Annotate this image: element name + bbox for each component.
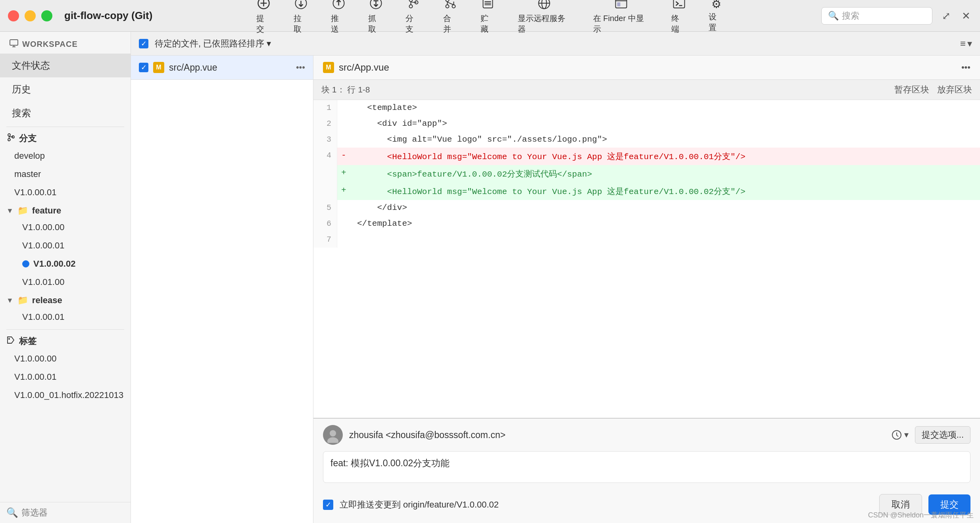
svg-point-34 xyxy=(8,338,10,340)
sidebar-item-file-status[interactable]: 文件状态 xyxy=(0,54,131,77)
workspace-label: WORKSPACE xyxy=(22,40,78,49)
maximize-button[interactable] xyxy=(41,10,52,21)
branch-v1000000[interactable]: V1.0.00.00 xyxy=(0,218,131,237)
sidebar-item-search[interactable]: 搜索 xyxy=(0,101,131,125)
push-icon xyxy=(332,0,345,12)
file-status-label: 文件状态 xyxy=(12,60,50,71)
commit-icon xyxy=(257,0,270,12)
toolbar: 提交 拉取 推送 xyxy=(245,0,735,38)
svg-point-13 xyxy=(452,5,455,8)
line-num-7: 7 xyxy=(313,232,337,248)
tag-v1000000[interactable]: V1.0.00.00 xyxy=(0,350,131,368)
filter-input[interactable] xyxy=(21,508,131,518)
toolbar-commit[interactable]: 提交 xyxy=(245,0,282,38)
svg-point-31 xyxy=(8,138,10,141)
line-content-4: <HelloWorld msg="Welcome to Your Vue.js … xyxy=(349,148,980,165)
svg-rect-27 xyxy=(10,40,18,45)
toolbar-finder[interactable]: 在 Finder 中显示 xyxy=(582,0,660,38)
search-label: 搜索 xyxy=(12,108,31,118)
toolbar-terminal[interactable]: 终端 xyxy=(660,0,698,38)
branch-v1000001[interactable]: V1.0.00.01 xyxy=(0,183,131,202)
svg-line-40 xyxy=(897,435,898,436)
line-content-3: <img alt="Vue logo" src="./assets/logo.p… xyxy=(349,132,980,148)
settings-icon: ⚙ xyxy=(711,0,721,10)
commit-panel: zhousifa <zhousifa@bosssoft.com.cn> ▾ xyxy=(313,418,980,523)
commit-message[interactable]: feat: 模拟V1.0.00.02分支功能 xyxy=(323,451,970,483)
terminal-icon xyxy=(673,0,685,12)
more-icon[interactable]: ✕ xyxy=(960,8,972,24)
release-group-header[interactable]: ▼ 📁 release xyxy=(0,291,131,308)
push-label: 立即推送变更到 origin/feature/V1.0.00.02 xyxy=(340,499,499,511)
toolbar-fetch[interactable]: 抓取 xyxy=(357,0,394,38)
branch-master-label: master xyxy=(14,169,41,179)
branch-master[interactable]: master xyxy=(0,165,131,183)
stash-hunk-button[interactable]: 暂存区块 xyxy=(894,84,929,96)
file-checkbox[interactable]: ✓ xyxy=(139,63,148,72)
select-all-checkbox[interactable]: ✓ xyxy=(139,39,148,48)
search-input[interactable]: 🔍 搜索 xyxy=(821,7,932,25)
line-content-2: <div id="app"> xyxy=(349,116,980,132)
commit-label: 提交 xyxy=(256,13,271,35)
close-button[interactable] xyxy=(8,10,19,21)
toolbar-pull[interactable]: 拉取 xyxy=(282,0,320,38)
release-folder-icon: 📁 xyxy=(17,295,28,306)
branches-header[interactable]: 分支 xyxy=(0,129,131,147)
line-num-2: 2 xyxy=(313,116,337,132)
svg-point-30 xyxy=(8,134,10,136)
feature-group-header[interactable]: ▼ 📁 feature xyxy=(0,202,131,218)
diff-more-button[interactable]: ••• xyxy=(961,62,970,73)
toolbar-right: 🔍 搜索 ⤢ ✕ xyxy=(821,0,972,32)
sort-label: 待定的文件, 已依照路径排序 xyxy=(155,38,264,50)
push-checkbox[interactable]: ✓ xyxy=(323,500,333,510)
discard-hunk-button[interactable]: 放弃区块 xyxy=(937,84,972,96)
branch-v1001000-label: V1.0.01.00 xyxy=(22,277,64,287)
tags-header[interactable]: 标签 xyxy=(0,331,131,350)
branch-v1001000[interactable]: V1.0.01.00 xyxy=(0,273,131,291)
workspace-header: WORKSPACE xyxy=(0,32,131,54)
menu-chevron-icon: ▾ xyxy=(967,38,972,49)
branch-develop[interactable]: develop xyxy=(0,147,131,165)
diff-line-3: 3 <img alt="Vue logo" src="./assets/logo… xyxy=(313,132,980,148)
toolbar-branch[interactable]: 分支 xyxy=(394,0,432,38)
sidebar-item-history[interactable]: 历史 xyxy=(0,77,131,101)
tag-icon xyxy=(6,336,15,347)
terminal-label: 终端 xyxy=(671,13,686,35)
diff-line-5: 5 </div> xyxy=(313,200,980,216)
toolbar-push[interactable]: 推送 xyxy=(320,0,357,38)
commit-header: zhousifa <zhousifa@bosssoft.com.cn> ▾ xyxy=(313,419,980,451)
fetch-icon xyxy=(369,0,382,12)
commit-options-button[interactable]: 提交选项... xyxy=(915,426,970,444)
branch-develop-label: develop xyxy=(14,151,45,161)
branch-v1000002[interactable]: V1.0.00.02 xyxy=(0,255,131,273)
branch-section-icon xyxy=(6,133,15,144)
history-label: 历史 xyxy=(12,84,31,94)
toolbar-settings[interactable]: ⚙ 设置 xyxy=(698,0,735,36)
branch-v1000001b[interactable]: V1.0.00.01 xyxy=(0,237,131,255)
tag-hotfix[interactable]: V1.0.00_01.hotfix.20221013 xyxy=(0,386,131,404)
tag-v1000001[interactable]: V1.0.00.01 xyxy=(0,368,131,386)
sort-dropdown[interactable]: 待定的文件, 已依照路径排序 ▾ xyxy=(155,38,271,50)
diff-line-1: 1 <template> xyxy=(313,100,980,116)
line-num-1: 1 xyxy=(313,100,337,116)
search-placeholder: 搜索 xyxy=(842,10,859,22)
push-label: 推送 xyxy=(331,13,346,35)
remote-icon xyxy=(538,0,551,12)
file-item-app-vue[interactable]: ✓ M src/App.vue ••• xyxy=(131,56,313,80)
menu-button[interactable]: ≡ ▾ xyxy=(960,38,972,49)
branch-r-v1000001[interactable]: V1.0.00.01 xyxy=(0,308,131,326)
commit-message-text: feat: 模拟V1.0.00.02分支功能 xyxy=(331,458,450,468)
clock-button[interactable]: ▾ xyxy=(892,430,909,440)
svg-point-19 xyxy=(539,0,550,9)
search-icon: 🔍 xyxy=(828,11,839,21)
branches-label: 分支 xyxy=(19,133,37,144)
fetch-label: 抓取 xyxy=(368,13,383,35)
svg-point-36 xyxy=(330,430,336,436)
tags-label: 标签 xyxy=(19,335,37,347)
toolbar-merge[interactable]: 合并 xyxy=(432,0,469,38)
file-more-button[interactable]: ••• xyxy=(296,62,305,73)
minimize-button[interactable] xyxy=(25,10,36,21)
toolbar-stash[interactable]: 贮藏 xyxy=(469,0,507,38)
file-badge: M xyxy=(153,62,164,73)
expand-icon[interactable]: ⤢ xyxy=(940,8,952,24)
toolbar-remote[interactable]: 显示远程服务器 xyxy=(507,0,582,38)
